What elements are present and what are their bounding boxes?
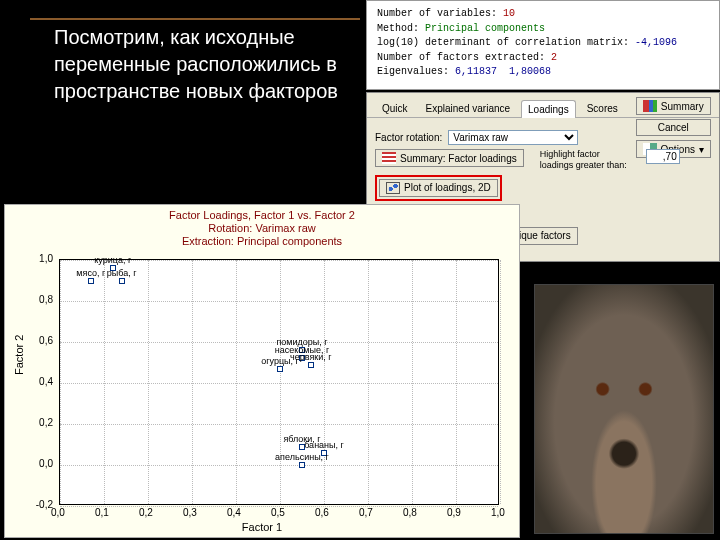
data-point-label: рыба, г: [107, 268, 137, 278]
x-tick: 0,1: [95, 507, 109, 518]
grid-v: [192, 260, 193, 504]
x-tick: 0,2: [139, 507, 153, 518]
y-tick: 0,4: [39, 376, 53, 387]
summary-label: Summary: [661, 101, 704, 112]
data-point: [119, 278, 125, 284]
tab-explained-variance[interactable]: Explained variance: [419, 99, 518, 117]
x-tick: 0,4: [227, 507, 241, 518]
y-tick: 0,2: [39, 417, 53, 428]
data-point-label: курица, г: [94, 255, 131, 265]
plot-loadings-2d-button[interactable]: Plot of loadings, 2D: [379, 179, 498, 197]
grid-v: [60, 260, 61, 504]
grid-v: [280, 260, 281, 504]
x-tick: 1,0: [491, 507, 505, 518]
rotation-select[interactable]: Varimax raw: [448, 130, 578, 145]
slide-title: Посмотрим, как исходные переменные распо…: [54, 24, 354, 105]
x-tick: 0,5: [271, 507, 285, 518]
x-tick: 0,7: [359, 507, 373, 518]
slide-accent: [30, 18, 360, 20]
data-point-label: апельсины, г: [275, 452, 329, 462]
y-tick: 1,0: [39, 253, 53, 264]
tab-quick[interactable]: Quick: [375, 99, 415, 117]
y-tick: 0,0: [39, 458, 53, 469]
baboon-photo: [534, 284, 714, 534]
summary-button[interactable]: Summary: [636, 97, 711, 115]
grid-h: [60, 424, 498, 425]
x-tick: 0,6: [315, 507, 329, 518]
grid-v: [148, 260, 149, 504]
data-point-label: бананы, г: [304, 440, 344, 450]
table-icon: [382, 152, 396, 164]
summary-icon: [643, 100, 657, 112]
scatter-2d-icon: [386, 182, 400, 194]
data-point-label: мясо, г: [76, 268, 105, 278]
data-point-label: огурцы, г: [261, 356, 299, 366]
grid-v: [236, 260, 237, 504]
summary-loadings-button[interactable]: Summary: Factor loadings: [375, 149, 524, 167]
grid-v: [500, 260, 501, 504]
plot-area: курица, гмясо, грыба, гпомидоры, гнасеко…: [59, 259, 499, 505]
chart-title: Factor Loadings, Factor 1 vs. Factor 2 R…: [5, 205, 519, 249]
grid-h: [60, 383, 498, 384]
plot-2d-highlight: Plot of loadings, 2D: [375, 175, 502, 201]
grid-v: [324, 260, 325, 504]
grid-v: [412, 260, 413, 504]
data-point: [88, 278, 94, 284]
stats-output: Number of variables: 10 Method: Principa…: [366, 0, 720, 90]
grid-v: [104, 260, 105, 504]
highlight-threshold-input[interactable]: [646, 149, 680, 164]
loadings-chart: Factor Loadings, Factor 1 vs. Factor 2 R…: [4, 204, 520, 538]
data-point: [308, 362, 314, 368]
x-tick: 0,9: [447, 507, 461, 518]
rotation-label: Factor rotation:: [375, 132, 442, 143]
tab-loadings[interactable]: Loadings: [521, 100, 576, 118]
grid-h: [60, 465, 498, 466]
summary-loadings-label: Summary: Factor loadings: [400, 153, 517, 164]
grid-v: [456, 260, 457, 504]
plot-2d-label: Plot of loadings, 2D: [404, 182, 491, 193]
grid-v: [368, 260, 369, 504]
x-tick: 0,8: [403, 507, 417, 518]
y-tick: 0,6: [39, 335, 53, 346]
x-tick: 0,3: [183, 507, 197, 518]
data-point: [299, 462, 305, 468]
x-tick: 0,0: [51, 507, 65, 518]
y-axis-label: Factor 2: [13, 335, 25, 375]
highlight-label: Highlight factor loadings greater than:: [540, 149, 630, 171]
y-tick: 0,8: [39, 294, 53, 305]
grid-h: [60, 301, 498, 302]
tab-scores[interactable]: Scores: [580, 99, 625, 117]
x-axis-label: Factor 1: [5, 521, 519, 533]
data-point: [277, 366, 283, 372]
